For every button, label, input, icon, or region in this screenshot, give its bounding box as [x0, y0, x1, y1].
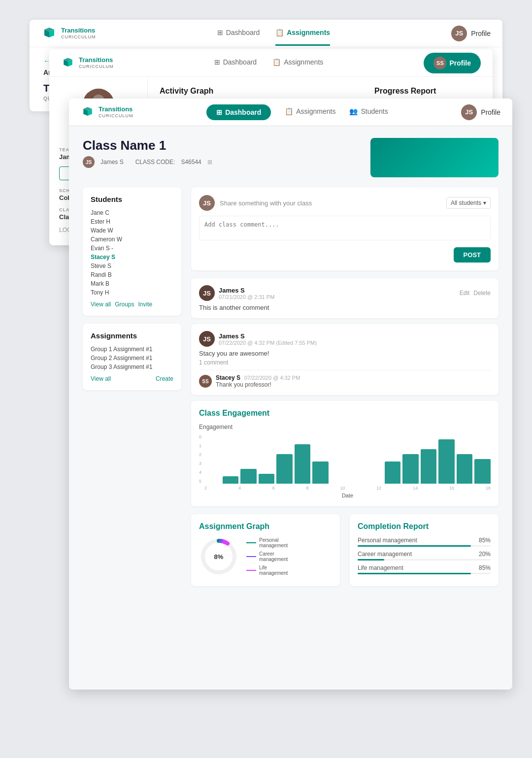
view-all-students[interactable]: View all: [91, 301, 111, 308]
nav-assignments[interactable]: 📋 Assignments: [275, 21, 330, 46]
comment-input[interactable]: [199, 216, 491, 240]
assignment-donut: 8%: [199, 537, 238, 576]
bar: [259, 474, 275, 484]
report-row-career: Career management 20%: [358, 551, 491, 560]
bar: [295, 444, 311, 484]
logo-main-l2: Transitions: [79, 57, 114, 64]
l3-nav-dashboard[interactable]: ⊞ Dashboard: [206, 104, 271, 120]
class-name: Class Name 1: [83, 138, 212, 153]
l3-nav-assignments[interactable]: 📋 Assignments: [285, 99, 335, 125]
activity-graph-title: Activity Graph: [160, 87, 363, 96]
avatar-l3: JS: [461, 104, 477, 120]
logo-text-l3: Transitions CURICCULUM: [99, 106, 133, 118]
comment-meta: James S 07/21/2020 @ 2:31 PM: [219, 287, 274, 300]
l3-nav-profile[interactable]: JS Profile: [461, 104, 500, 120]
assignment-donut-row: 8% Personalmanagement Careermanagement: [199, 537, 332, 576]
assignments-icon: 📋: [275, 29, 284, 36]
bottom-row: Assignment Graph 8%: [191, 514, 499, 586]
dashboard-icon-l3: ⊞: [216, 108, 222, 116]
assignment-legend: Personalmanagement Careermanagement Life…: [246, 537, 288, 576]
list-item: Cameron W: [91, 235, 173, 244]
avatar: JS: [451, 26, 467, 41]
post-avatar: JS: [199, 195, 215, 211]
bar: [438, 439, 455, 484]
legend-label: Personalmanagement: [259, 537, 288, 548]
layer2-navbar: Transitions CURICCULUM ⊞ Dashboard 📋 Ass…: [49, 49, 493, 77]
reply-row: SS Stacey S 07/22/2020 @ 4:32 PM Thank y…: [199, 370, 491, 388]
bar-chart: [204, 434, 491, 484]
comment-avatar-2: JS: [199, 331, 215, 347]
nav-profile[interactable]: JS Profile: [451, 26, 491, 41]
logo: Transitions CURICCULUM: [41, 26, 96, 41]
edit-button[interactable]: Edit: [460, 290, 470, 297]
groups-link[interactable]: Groups: [115, 301, 134, 308]
dashboard-icon-l2: ⊞: [214, 58, 220, 66]
copy-icon[interactable]: ⊠: [207, 159, 212, 165]
recipient-select[interactable]: All students ▾: [446, 197, 491, 209]
comment-actions: Edit Delete: [460, 290, 491, 297]
chart-area: 5 4 3 2 1 0: [199, 434, 491, 498]
avatar-l2: SS: [433, 57, 446, 69]
post-header: JS Share something with your class All s…: [199, 195, 491, 211]
view-all-assignments[interactable]: View all: [91, 375, 111, 382]
nav-dashboard-l2[interactable]: ⊞ Dashboard: [214, 50, 257, 75]
report-percent: 85%: [479, 537, 491, 544]
assignments-icon-l2: 📋: [272, 58, 281, 66]
logo-l3: Transitions CURICCULUM: [81, 105, 133, 119]
logo-main-l3: Transitions: [99, 106, 133, 113]
legend-personal-assign: Personalmanagement: [246, 537, 288, 548]
chart-bars-area: 2 4 6 8 10 12 14 16 18 Date: [204, 434, 491, 498]
list-item: Wade W: [91, 226, 173, 235]
legend-life-assign: Lifemanagement: [246, 565, 288, 576]
delete-button[interactable]: Delete: [473, 290, 491, 297]
students-title: Students: [91, 195, 173, 203]
reply-author: Stacey S: [216, 374, 240, 381]
legend-line: [246, 556, 256, 557]
list-item: Stacey S: [91, 253, 173, 262]
engagement-title: Class Engagement: [199, 409, 491, 418]
comment-header-2: JS James S 07/22/2020 @ 4:32 PM (Edited …: [199, 331, 491, 347]
student-list: Jane C Ester H Wade W Cameron W Evan S -…: [91, 208, 173, 297]
invite-link[interactable]: Invite: [138, 301, 153, 308]
report-bar-bg: [358, 545, 491, 547]
assignments-title: Assignments: [91, 331, 173, 340]
profile-button-l2[interactable]: SS Profile: [424, 53, 481, 73]
class-code-label: CLASS CODE:: [135, 159, 175, 165]
report-bar: [358, 559, 384, 560]
bar: [312, 461, 329, 484]
list-item: Tony H: [91, 288, 173, 297]
x-axis-label: Date: [204, 493, 491, 498]
nav-assignments-l2[interactable]: 📋 Assignments: [272, 50, 323, 75]
legend-line: [246, 542, 256, 543]
bar: [457, 454, 473, 484]
l3-nav-students[interactable]: 👥 Students: [349, 99, 388, 125]
teacher-name: James S: [100, 159, 124, 165]
list-item: Group 2 Assignment #1: [91, 354, 173, 363]
reply-time: 07/22/2020 @ 4:32 PM: [244, 375, 300, 381]
students-icon-l3: 👥: [349, 107, 358, 115]
logo-icon: [41, 26, 57, 41]
layer3-body: Class Name 1 JS James S CLASS CODE: S465…: [69, 126, 512, 598]
post-button[interactable]: POST: [454, 247, 491, 263]
comment-count: 1 comment: [199, 359, 491, 366]
bar: [402, 454, 419, 484]
logo-icon-l2: [61, 56, 75, 70]
reply-content: Stacey S 07/22/2020 @ 4:32 PM Thank you …: [216, 374, 300, 388]
engagement-chart-label: Engagement: [199, 424, 491, 430]
completion-report-section: Completion Report Personal management 85…: [350, 514, 499, 586]
report-row-life: Life management 85%: [358, 564, 491, 574]
assignment-percent: 8%: [214, 553, 224, 560]
bar: [474, 459, 491, 484]
nav-dashboard[interactable]: ⊞ Dashboard: [217, 21, 260, 46]
assignment-graph-section: Assignment Graph 8%: [191, 514, 340, 586]
list-item: Evan S -: [91, 244, 173, 253]
post-placeholder: Share something with your class: [220, 199, 312, 207]
nav-links: ⊞ Dashboard 📋 Assignments: [217, 21, 330, 46]
report-percent: 85%: [479, 564, 491, 571]
create-assignment[interactable]: Create: [156, 375, 173, 382]
post-actions: POST: [199, 247, 491, 263]
list-item: Jane C: [91, 208, 173, 217]
logo-sub-l2: CURICCULUM: [79, 64, 114, 69]
comment-time: 07/21/2020 @ 2:31 PM: [219, 294, 274, 300]
list-item: Group 1 Assignment #1: [91, 345, 173, 354]
